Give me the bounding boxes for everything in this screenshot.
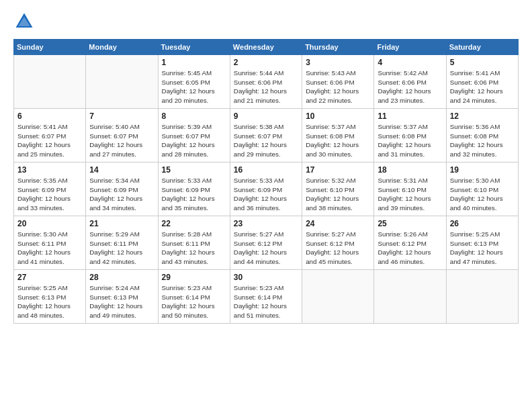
day-info: Sunrise: 5:39 AM Sunset: 6:07 PM Dayligh… [162,122,226,159]
day-number: 22 [162,219,226,228]
day-number: 25 [378,219,442,228]
day-number: 17 [306,165,370,175]
day-info: Sunrise: 5:45 AM Sunset: 6:05 PM Dayligh… [162,68,226,105]
calendar-week-2: 6Sunrise: 5:41 AM Sunset: 6:07 PM Daylig… [14,109,519,163]
calendar-cell: 2Sunrise: 5:44 AM Sunset: 6:06 PM Daylig… [230,55,302,109]
day-number: 8 [162,111,226,121]
calendar-header-sunday: Sunday [14,40,86,55]
day-info: Sunrise: 5:28 AM Sunset: 6:11 PM Dayligh… [162,230,226,267]
day-number: 29 [162,273,226,282]
calendar-header-friday: Friday [374,40,446,55]
calendar-header-monday: Monday [86,40,158,55]
calendar-cell: 6Sunrise: 5:41 AM Sunset: 6:07 PM Daylig… [14,109,86,163]
calendar-header-saturday: Saturday [446,40,518,55]
day-number: 27 [17,273,82,282]
calendar-header-thursday: Thursday [302,40,374,55]
day-info: Sunrise: 5:42 AM Sunset: 6:06 PM Dayligh… [378,68,442,105]
calendar-week-3: 13Sunrise: 5:35 AM Sunset: 6:09 PM Dayli… [14,163,519,216]
calendar-cell: 25Sunrise: 5:26 AM Sunset: 6:12 PM Dayli… [374,216,446,270]
day-number: 19 [450,165,515,175]
calendar-cell: 28Sunrise: 5:24 AM Sunset: 6:13 PM Dayli… [86,270,158,324]
day-info: Sunrise: 5:29 AM Sunset: 6:11 PM Dayligh… [89,230,154,267]
calendar-cell: 26Sunrise: 5:25 AM Sunset: 6:13 PM Dayli… [446,216,518,270]
day-number: 28 [89,273,154,282]
day-number: 14 [89,165,154,175]
calendar-cell: 18Sunrise: 5:31 AM Sunset: 6:10 PM Dayli… [374,163,446,216]
day-info: Sunrise: 5:24 AM Sunset: 6:13 PM Dayligh… [89,283,154,320]
day-info: Sunrise: 5:33 AM Sunset: 6:09 PM Dayligh… [162,176,226,213]
calendar-cell: 9Sunrise: 5:38 AM Sunset: 6:07 PM Daylig… [230,109,302,163]
calendar-header-wednesday: Wednesday [230,40,302,55]
calendar-cell: 13Sunrise: 5:35 AM Sunset: 6:09 PM Dayli… [14,163,86,216]
day-number: 2 [234,58,298,67]
calendar-cell: 17Sunrise: 5:32 AM Sunset: 6:10 PM Dayli… [302,163,374,216]
day-number: 5 [450,58,515,67]
day-info: Sunrise: 5:34 AM Sunset: 6:09 PM Dayligh… [89,176,154,213]
calendar-cell: 15Sunrise: 5:33 AM Sunset: 6:09 PM Dayli… [158,163,230,216]
calendar-cell: 5Sunrise: 5:41 AM Sunset: 6:06 PM Daylig… [446,55,518,109]
calendar-body: 1Sunrise: 5:45 AM Sunset: 6:05 PM Daylig… [14,55,519,324]
day-number: 1 [162,58,226,67]
day-number: 30 [234,273,298,282]
day-info: Sunrise: 5:23 AM Sunset: 6:14 PM Dayligh… [234,283,298,320]
day-info: Sunrise: 5:30 AM Sunset: 6:10 PM Dayligh… [450,176,515,213]
calendar-cell: 27Sunrise: 5:25 AM Sunset: 6:13 PM Dayli… [14,270,86,324]
day-info: Sunrise: 5:41 AM Sunset: 6:06 PM Dayligh… [450,68,515,105]
calendar-cell: 14Sunrise: 5:34 AM Sunset: 6:09 PM Dayli… [86,163,158,216]
calendar-week-5: 27Sunrise: 5:25 AM Sunset: 6:13 PM Dayli… [14,270,519,324]
day-number: 6 [17,111,82,121]
day-number: 16 [234,165,298,175]
day-info: Sunrise: 5:26 AM Sunset: 6:12 PM Dayligh… [378,230,442,267]
day-info: Sunrise: 5:27 AM Sunset: 6:12 PM Dayligh… [234,230,298,267]
day-number: 9 [234,111,298,121]
calendar-cell: 22Sunrise: 5:28 AM Sunset: 6:11 PM Dayli… [158,216,230,270]
calendar-cell: 19Sunrise: 5:30 AM Sunset: 6:10 PM Dayli… [446,163,518,216]
day-info: Sunrise: 5:37 AM Sunset: 6:08 PM Dayligh… [306,122,370,159]
day-number: 10 [306,111,370,121]
calendar-cell: 30Sunrise: 5:23 AM Sunset: 6:14 PM Dayli… [230,270,302,324]
calendar-cell: 1Sunrise: 5:45 AM Sunset: 6:05 PM Daylig… [158,55,230,109]
day-info: Sunrise: 5:25 AM Sunset: 6:13 PM Dayligh… [17,283,82,320]
logo [13,11,36,32]
day-info: Sunrise: 5:43 AM Sunset: 6:06 PM Dayligh… [306,68,370,105]
calendar-cell [86,55,158,109]
calendar-cell: 23Sunrise: 5:27 AM Sunset: 6:12 PM Dayli… [230,216,302,270]
day-info: Sunrise: 5:30 AM Sunset: 6:11 PM Dayligh… [17,230,82,267]
calendar-cell: 3Sunrise: 5:43 AM Sunset: 6:06 PM Daylig… [302,55,374,109]
day-number: 15 [162,165,226,175]
calendar-cell: 16Sunrise: 5:33 AM Sunset: 6:09 PM Dayli… [230,163,302,216]
calendar-cell [14,55,86,109]
day-number: 13 [17,165,82,175]
day-info: Sunrise: 5:38 AM Sunset: 6:07 PM Dayligh… [234,122,298,159]
calendar-cell [446,270,518,324]
calendar-cell: 11Sunrise: 5:37 AM Sunset: 6:08 PM Dayli… [374,109,446,163]
calendar-cell: 29Sunrise: 5:23 AM Sunset: 6:14 PM Dayli… [158,270,230,324]
calendar-cell: 7Sunrise: 5:40 AM Sunset: 6:07 PM Daylig… [86,109,158,163]
header [13,11,519,32]
day-number: 12 [450,111,515,121]
day-info: Sunrise: 5:44 AM Sunset: 6:06 PM Dayligh… [234,68,298,105]
calendar-cell: 24Sunrise: 5:27 AM Sunset: 6:12 PM Dayli… [302,216,374,270]
day-info: Sunrise: 5:33 AM Sunset: 6:09 PM Dayligh… [234,176,298,213]
calendar-cell [374,270,446,324]
day-info: Sunrise: 5:37 AM Sunset: 6:08 PM Dayligh… [378,122,442,159]
day-number: 4 [378,58,442,67]
calendar-cell: 20Sunrise: 5:30 AM Sunset: 6:11 PM Dayli… [14,216,86,270]
day-number: 26 [450,219,515,228]
calendar-cell: 8Sunrise: 5:39 AM Sunset: 6:07 PM Daylig… [158,109,230,163]
calendar-table: SundayMondayTuesdayWednesdayThursdayFrid… [13,39,519,324]
page: SundayMondayTuesdayWednesdayThursdayFrid… [0,0,532,411]
day-info: Sunrise: 5:36 AM Sunset: 6:08 PM Dayligh… [450,122,515,159]
calendar-week-4: 20Sunrise: 5:30 AM Sunset: 6:11 PM Dayli… [14,216,519,270]
day-number: 11 [378,111,442,121]
day-info: Sunrise: 5:31 AM Sunset: 6:10 PM Dayligh… [378,176,442,213]
calendar-header-row: SundayMondayTuesdayWednesdayThursdayFrid… [14,40,519,55]
day-info: Sunrise: 5:35 AM Sunset: 6:09 PM Dayligh… [17,176,82,213]
calendar-cell: 21Sunrise: 5:29 AM Sunset: 6:11 PM Dayli… [86,216,158,270]
day-number: 20 [17,219,82,228]
calendar-cell: 10Sunrise: 5:37 AM Sunset: 6:08 PM Dayli… [302,109,374,163]
calendar-header-tuesday: Tuesday [158,40,230,55]
day-info: Sunrise: 5:32 AM Sunset: 6:10 PM Dayligh… [306,176,370,213]
day-number: 23 [234,219,298,228]
day-info: Sunrise: 5:27 AM Sunset: 6:12 PM Dayligh… [306,230,370,267]
